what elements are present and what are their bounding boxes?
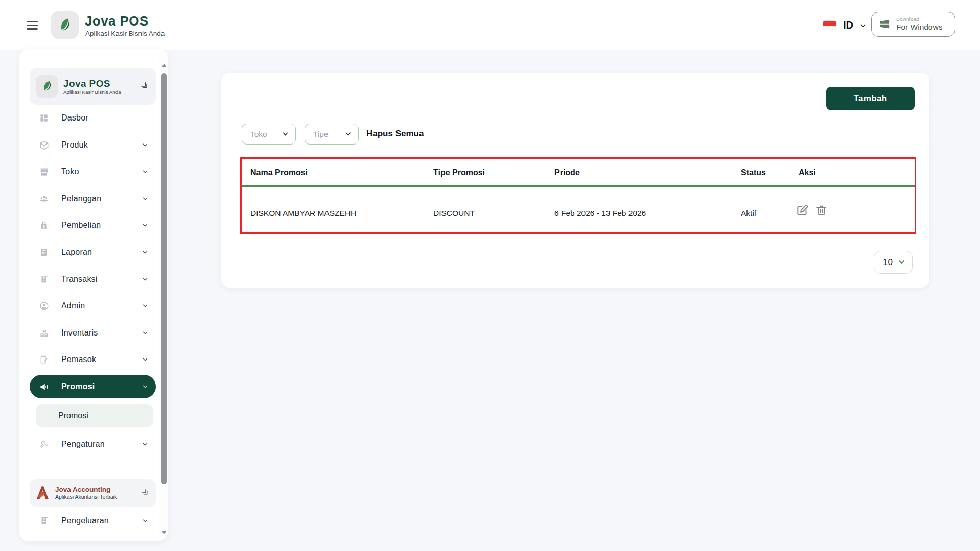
accounting-subtitle: Aplikasi Akuntansi Terbaik [55,494,117,500]
download-label-small: Download [896,17,942,22]
hamburger-menu-icon[interactable] [27,21,38,30]
store-icon [39,166,49,177]
sidebar-item-pemasok[interactable]: Pemasok [30,348,156,371]
table-header-rule [242,185,915,187]
promo-period-cell: 6 Feb 2026 - 13 Feb 2026 [554,209,646,218]
app-title: Jova POS [85,13,149,29]
chevron-down-icon [345,131,352,137]
sidebar-app-subtitle: Aplikasi Kasir Bisnis Anda [63,89,121,95]
promotions-card [221,73,929,288]
megaphone-icon [39,381,49,392]
store-filter-label: Toko [250,130,267,139]
type-filter-select[interactable]: Tipe [305,124,359,145]
column-header-status: Status [741,168,766,177]
admin-user-icon [39,301,49,311]
sidebar-item-label: Promosi [61,382,95,391]
sidebar-item-pembelian[interactable]: $ Pembelian [30,213,156,237]
collapse-sidebar-icon[interactable] [139,81,150,91]
sidebar-item-toko[interactable]: Toko [30,160,156,183]
transaction-receipt-icon: $ [39,274,49,284]
jova-accounting-logo-icon [34,484,51,501]
supplier-clipboard-icon [39,354,49,365]
sidebar-item-label: Dasbor [61,113,88,123]
language-selector[interactable]: ID [843,19,853,31]
scroll-up-arrow-icon[interactable] [161,64,167,67]
sidebar-item-transaksi[interactable]: $ Transaksi [30,268,156,291]
purchase-bag-icon: $ [39,220,49,230]
expense-receipt-icon: $ [39,516,49,526]
inventory-boxes-icon [39,328,49,338]
chevron-down-icon [282,131,289,137]
column-header-tipe-promosi: Tipe Promosi [433,168,485,177]
indonesia-flag-icon [823,20,836,30]
download-label-big: For Windows [896,22,942,32]
chevron-down-icon [142,168,149,175]
svg-text:$: $ [43,517,45,521]
chevron-down-icon [142,222,149,229]
report-document-icon [39,247,49,257]
sidebar-item-produk[interactable]: Produk [30,133,156,157]
sidebar-item-label: Toko [61,167,79,176]
accounting-title: Jova Accounting [55,486,117,494]
trash-icon[interactable] [815,204,828,217]
sidebar-item-promosi[interactable]: Promosi [30,375,156,398]
clear-all-button[interactable]: Hapus Semua [366,129,424,139]
svg-text:$: $ [43,225,45,229]
column-header-nama-promosi: Nama Promosi [250,168,308,177]
sidebar-logo-block[interactable]: Jova POS Aplikasi Kasir Bisnis Anda [30,68,156,105]
chevron-down-icon [142,249,149,256]
sidebar-item-label: Pelanggan [61,194,101,203]
sidebar-item-label: Pengeluaran [61,516,109,525]
sidebar-item-dasbor[interactable]: Dasbor [30,106,156,130]
sidebar-item-label: Pemasok [61,355,96,364]
sidebar-item-pengeluaran[interactable]: $ Pengeluaran [30,509,156,533]
sidebar-item-admin[interactable]: Admin [30,294,156,318]
page-size-select[interactable]: 10 [874,251,913,274]
promo-name-cell: DISKON AMBYAR MASZEHH [250,209,356,218]
chevron-down-icon [142,383,149,390]
sidebar-item-label: Inventaris [61,328,98,338]
chevron-down-icon [142,302,149,309]
dashboard-icon [39,113,49,123]
sidebar-item-inventaris[interactable]: Inventaris [30,321,156,345]
add-promotion-button[interactable]: Tambah [826,87,915,110]
download-for-windows-button[interactable]: Download For Windows [871,12,955,37]
sidebar-subitem-label: Promosi [58,411,88,420]
chevron-down-icon [897,258,906,266]
sidebar-item-laporan[interactable]: Laporan [30,241,156,264]
sidebar-item-pelanggan[interactable]: Pelanggan [30,187,156,210]
chevron-down-icon [142,276,149,283]
leaf-logo-icon [40,79,54,93]
column-header-aksi: Aksi [799,168,816,177]
top-header: Jova POS Aplikasi Kasir Bisnis Anda ID D… [0,0,980,50]
expand-accounting-icon[interactable] [141,488,150,497]
chevron-down-icon[interactable] [859,22,867,29]
store-filter-select[interactable]: Toko [242,124,296,145]
leaf-logo-icon [56,16,74,34]
sidebar-scrollbar[interactable] [159,50,168,540]
promo-status-cell: Aktif [741,209,756,218]
chevron-down-icon [142,141,149,149]
chevron-down-icon [142,517,149,524]
page-size-value: 10 [883,257,893,268]
product-box-icon [39,140,49,150]
sidebar-item-label: Produk [61,140,88,150]
sidebar-subitem-promosi[interactable]: Promosi [36,404,153,427]
column-header-priode: Priode [554,168,580,177]
sidebar-item-pengaturan[interactable]: Pengaturan [30,433,156,456]
sidebar-item-label: Admin [61,301,85,310]
sidebar-app-title: Jova POS [63,78,121,89]
windows-logo-icon [879,18,891,30]
sidebar-divider [30,472,156,472]
jova-accounting-block[interactable]: Jova Accounting Aplikasi Akuntansi Terba… [30,479,156,507]
app-logo [51,11,79,39]
settings-wrench-icon [39,439,49,449]
chevron-down-icon [142,329,149,337]
chevron-down-icon [142,195,149,202]
scrollbar-thumb[interactable] [161,73,167,484]
app-logo [36,75,58,98]
sidebar-item-label: Laporan [61,248,92,257]
promo-type-cell: DISCOUNT [433,209,475,218]
edit-icon[interactable] [796,204,809,217]
scroll-down-arrow-icon[interactable] [161,531,167,534]
